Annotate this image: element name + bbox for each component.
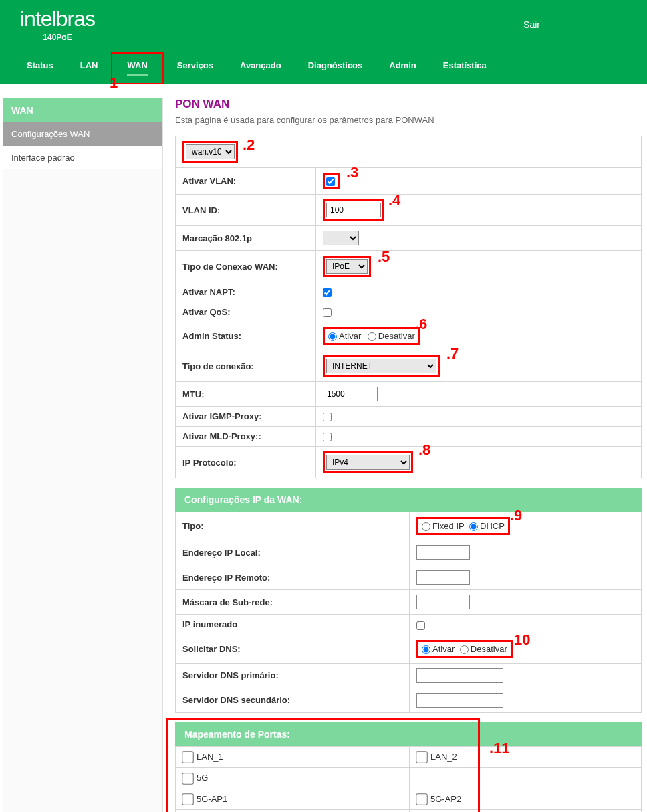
ip-remoto-label: Endereço IP Remoto: bbox=[176, 565, 410, 590]
admin-ativar-label: Ativar bbox=[339, 331, 361, 341]
solicitar-dns-label: Solicitar DNS: bbox=[176, 635, 410, 663]
nav-avancado[interactable]: Avançado bbox=[227, 52, 295, 84]
tipo-label: Tipo: bbox=[176, 512, 410, 540]
dns-ativar-radio[interactable] bbox=[422, 645, 430, 654]
model-text: 140PoE bbox=[43, 33, 72, 42]
sidebar-interface-padrao[interactable]: Interface padrão bbox=[3, 146, 162, 169]
mld-label: Ativar MLD-Proxy:: bbox=[176, 427, 316, 447]
lan1-label: LAN_1 bbox=[197, 752, 223, 762]
brand-text: intelbras bbox=[20, 7, 95, 31]
nav-wan[interactable]: WAN bbox=[111, 52, 163, 84]
tipo-conexao-label: Tipo de conexão: bbox=[176, 350, 316, 382]
page-title: PON WAN bbox=[175, 98, 642, 111]
ip-config-table: Tipo: Fixed IP DHCP .9 Endereço IP Local… bbox=[175, 512, 642, 712]
annotation-8: .8 bbox=[418, 441, 430, 459]
annotation-10: .10 bbox=[510, 631, 531, 649]
lan1-checkbox[interactable] bbox=[182, 751, 194, 763]
annotation-3: .3 bbox=[346, 164, 358, 181]
tipo-conexao-wan-label: Tipo de Conexão WAN: bbox=[176, 251, 316, 282]
dns-ativar-label: Ativar bbox=[432, 644, 455, 654]
mascara-input[interactable] bbox=[416, 595, 470, 609]
sidebar-head: WAN bbox=[3, 98, 162, 122]
annotation-5: .5 bbox=[378, 248, 390, 266]
ip-remoto-input[interactable] bbox=[416, 570, 470, 585]
wan-form-table: wan.v100 .2 Ativar VLAN: .3 VLAN ID: .4 … bbox=[175, 136, 642, 478]
sidebar: WAN Configurações WAN Interface padrão bbox=[3, 98, 163, 812]
mascara-label: Máscara de Sub-rede: bbox=[176, 590, 410, 615]
tipo-dhcp-label: DHCP bbox=[480, 521, 505, 531]
igmp-label: Ativar IGMP-Proxy: bbox=[176, 407, 316, 427]
marcacao-select[interactable] bbox=[323, 231, 359, 245]
dns-prim-input[interactable] bbox=[416, 668, 503, 683]
ip-config-section-head: Configurações IP da WAN: bbox=[175, 488, 642, 512]
tipo-dhcp-radio[interactable] bbox=[469, 522, 478, 531]
brand-logo: intelbras 140PoE bbox=[20, 7, 95, 42]
vlan-id-input[interactable] bbox=[326, 203, 381, 217]
g5ap2-checkbox[interactable] bbox=[416, 793, 428, 805]
header: intelbras 140PoE Sair Status LAN WAN Ser… bbox=[0, 0, 647, 84]
tipo-conexao-select[interactable]: INTERNET bbox=[326, 359, 436, 373]
sidebar-sub[interactable]: Configurações WAN bbox=[3, 122, 162, 146]
lan2-checkbox[interactable] bbox=[416, 751, 428, 763]
annotation-2: .2 bbox=[243, 136, 255, 154]
ativar-napt-label: Ativar NAPT: bbox=[176, 282, 316, 302]
igmp-checkbox[interactable] bbox=[323, 413, 332, 421]
ip-proto-select[interactable]: IPv4 bbox=[326, 455, 410, 470]
nav-lan[interactable]: LAN bbox=[67, 52, 112, 84]
mtu-label: MTU: bbox=[176, 382, 316, 407]
wan-select[interactable]: wan.v100 bbox=[186, 144, 235, 159]
dns-desativar-radio[interactable] bbox=[460, 645, 469, 654]
tipo-fixed-label: Fixed IP bbox=[432, 521, 464, 531]
ativar-qos-checkbox[interactable] bbox=[323, 308, 332, 317]
annotation-11: .11 bbox=[489, 740, 510, 757]
mld-checkbox[interactable] bbox=[323, 433, 332, 441]
g5ap2-label: 5G-AP2 bbox=[430, 794, 461, 804]
annotation-9: .9 bbox=[510, 507, 522, 524]
annotation-4: .4 bbox=[388, 192, 400, 209]
tipo-fixed-radio[interactable] bbox=[422, 522, 430, 531]
admin-status-label: Admin Status: bbox=[176, 322, 316, 350]
annotation-7: .7 bbox=[446, 345, 459, 363]
ativar-qos-label: Ativar QoS: bbox=[176, 302, 316, 322]
ativar-vlan-label: Ativar VLAN: bbox=[176, 168, 316, 195]
dns-sec-input[interactable] bbox=[416, 693, 503, 708]
inumerado-label: IP inumerado bbox=[176, 615, 410, 635]
g5ap1-label: 5G-AP1 bbox=[197, 794, 227, 804]
main-content: PON WAN Esta página é usada para configu… bbox=[163, 84, 647, 812]
marcacao-label: Marcação 802.1p bbox=[176, 226, 316, 251]
ip-local-label: Endereço IP Local: bbox=[176, 540, 410, 565]
nav-wan-label: WAN bbox=[127, 60, 147, 70]
ip-proto-label: IP Protocolo: bbox=[176, 447, 316, 478]
g5-label: 5G bbox=[197, 773, 208, 783]
g5ap1-checkbox[interactable] bbox=[182, 793, 194, 805]
nav-status[interactable]: Status bbox=[13, 52, 67, 84]
ativar-napt-checkbox[interactable] bbox=[323, 288, 332, 297]
dns-sec-label: Servidor DNS secundário: bbox=[176, 688, 410, 712]
dns-desativar-label: Desativar bbox=[471, 644, 507, 654]
mtu-input[interactable] bbox=[323, 387, 378, 401]
ativar-vlan-checkbox[interactable] bbox=[326, 177, 335, 186]
admin-status-desativar-radio[interactable] bbox=[368, 332, 376, 341]
tipo-conexao-wan-select[interactable]: IPoE bbox=[326, 259, 368, 274]
ip-local-input[interactable] bbox=[416, 545, 470, 560]
port-mapping-section-head: Mapeamento de Portas: bbox=[175, 722, 642, 746]
page-desc: Esta página é usada para configurar os p… bbox=[175, 115, 642, 125]
inumerado-checkbox[interactable] bbox=[416, 621, 425, 630]
admin-desativar-label: Desativar bbox=[378, 331, 415, 341]
nav-diagnosticos[interactable]: Diagnósticos bbox=[295, 52, 376, 84]
logout-link[interactable]: Sair bbox=[523, 19, 634, 30]
g5-checkbox[interactable] bbox=[182, 773, 194, 785]
lan2-label: LAN_2 bbox=[430, 752, 457, 762]
annotation-1: 1 bbox=[110, 74, 118, 92]
admin-status-ativar-radio[interactable] bbox=[328, 332, 337, 341]
nav-servicos[interactable]: Serviços bbox=[164, 52, 227, 84]
nav-estatistica[interactable]: Estatística bbox=[430, 52, 500, 84]
main-nav: Status LAN WAN Serviços Avançado Diagnós… bbox=[0, 42, 647, 84]
vlan-id-label: VLAN ID: bbox=[176, 195, 316, 226]
annotation-6: .6 bbox=[415, 316, 427, 333]
port-mapping-table: LAN_1 LAN_2 5G 5G-AP1 5G-AP2 5G-AP3 5G-A… bbox=[175, 746, 642, 812]
dns-prim-label: Servidor DNS primário: bbox=[176, 663, 410, 688]
nav-admin[interactable]: Admin bbox=[376, 52, 429, 84]
